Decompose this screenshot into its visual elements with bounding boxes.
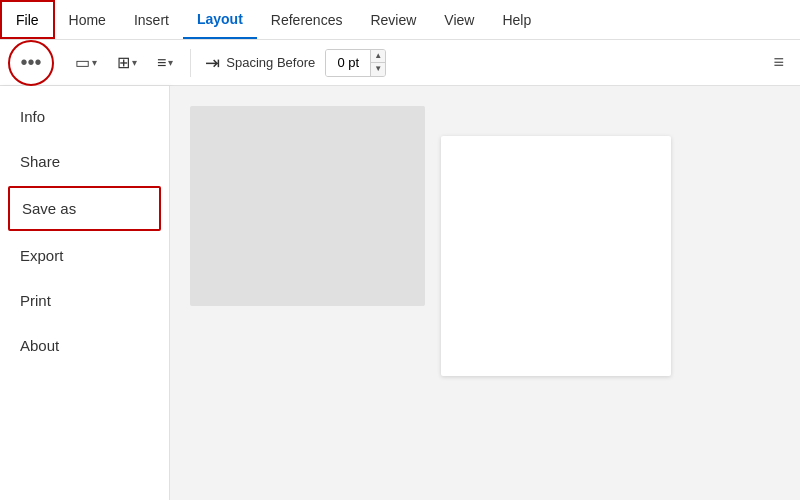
main-area: Info Share Save as Export Print About: [0, 86, 800, 500]
spacing-before-label: ⇥ Spacing Before: [205, 52, 315, 74]
line-spacing-button[interactable]: ≡ ▾: [150, 49, 180, 77]
chevron-down-icon-3: ▾: [168, 57, 173, 68]
three-dots-icon: •••: [20, 51, 41, 74]
columns-button[interactable]: ⊞ ▾: [110, 48, 144, 77]
menu-item-view[interactable]: View: [430, 0, 488, 39]
overflow-icon: ≡: [773, 52, 784, 73]
spacing-before-icon: ⇥: [205, 52, 220, 74]
menu-dropdown-about[interactable]: About: [0, 323, 169, 368]
line-spacing-icon: ≡: [157, 54, 166, 72]
menu-dropdown-export[interactable]: Export: [0, 233, 169, 278]
menu-dropdown-save-as[interactable]: Save as: [8, 186, 161, 231]
document-canvas: [170, 86, 800, 500]
document-page-white: [441, 136, 671, 376]
chevron-down-icon-2: ▾: [132, 57, 137, 68]
spacing-before-input[interactable]: [326, 50, 370, 76]
ribbon-overflow-button[interactable]: ≡: [765, 48, 792, 77]
menu-item-help[interactable]: Help: [488, 0, 545, 39]
columns-icon: ⊞: [117, 53, 130, 72]
file-menu-panel: Info Share Save as Export Print About: [0, 86, 170, 500]
menu-item-references[interactable]: References: [257, 0, 357, 39]
menu-item-file[interactable]: File: [0, 0, 55, 39]
more-options-button[interactable]: •••: [8, 40, 54, 86]
spacing-decrement-button[interactable]: ▼: [371, 63, 385, 76]
menu-dropdown-print[interactable]: Print: [0, 278, 169, 323]
ribbon-divider: [190, 49, 191, 77]
menu-dropdown-info[interactable]: Info: [0, 94, 169, 139]
spacing-increment-button[interactable]: ▲: [371, 50, 385, 64]
menu-item-home[interactable]: Home: [55, 0, 120, 39]
spacing-before-input-group: ▲ ▼: [325, 49, 386, 77]
menu-item-review[interactable]: Review: [356, 0, 430, 39]
margin-button[interactable]: ▭ ▾: [68, 48, 104, 77]
menu-bar: File Home Insert Layout References Revie…: [0, 0, 800, 40]
margin-icon: ▭: [75, 53, 90, 72]
chevron-down-icon: ▾: [92, 57, 97, 68]
ribbon-toolbar: ••• ▭ ▾ ⊞ ▾ ≡ ▾ ⇥ Spacing Before ▲ ▼ ≡: [0, 40, 800, 86]
menu-dropdown-share[interactable]: Share: [0, 139, 169, 184]
document-page-gray: [190, 106, 425, 306]
menu-item-layout[interactable]: Layout: [183, 0, 257, 39]
spacing-spinners: ▲ ▼: [370, 50, 385, 76]
menu-item-insert[interactable]: Insert: [120, 0, 183, 39]
